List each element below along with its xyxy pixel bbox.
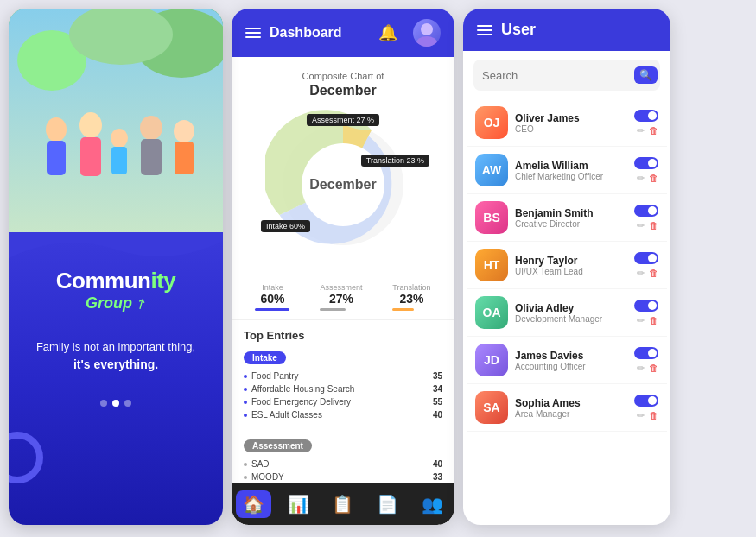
delete-icon[interactable]: 🗑: [649, 410, 658, 421]
user-avatar: JD: [475, 344, 508, 376]
user-actions: ✏ 🗑: [634, 347, 658, 374]
user-role: Accounting Officer: [515, 362, 627, 371]
user-item: JD James Davies Accounting Officer ✏ 🗑: [467, 337, 667, 384]
search-input[interactable]: [482, 69, 627, 82]
top-entries-section: Top Entries Intake Food Pantry 35 Afford…: [232, 320, 454, 483]
user-name: Sophia Ames: [515, 397, 627, 409]
top-entries-title: Top Entries: [244, 329, 442, 342]
user-toggle[interactable]: [634, 252, 658, 264]
delete-icon[interactable]: 🗑: [649, 315, 658, 326]
edit-icon[interactable]: ✏: [637, 410, 645, 421]
user-item: OJ Oliver James CEO ✏ 🗑: [467, 99, 667, 147]
intake-badge-tag: Intake: [244, 351, 286, 364]
user-toggle[interactable]: [634, 347, 658, 359]
dot-2[interactable]: [112, 400, 119, 407]
user-info: James Davies Accounting Officer: [515, 350, 627, 371]
search-icon[interactable]: 🔍: [634, 66, 658, 84]
user-name: Benjamin Smith: [515, 207, 627, 219]
stat-assessment-bar: [320, 308, 346, 311]
dot-1[interactable]: [100, 400, 107, 407]
user-name: James Davies: [515, 350, 627, 362]
svg-rect-7: [80, 137, 101, 176]
nav-chart[interactable]: 📊: [281, 490, 316, 518]
chart-title: December: [245, 83, 441, 98]
user-role: Creative Director: [515, 219, 627, 229]
donut-chart: December Assessment 27 % Translation 23 …: [265, 107, 421, 262]
user-toggle[interactable]: [634, 157, 658, 169]
action-icons: ✏ 🗑: [637, 125, 658, 136]
nav-doc[interactable]: 📄: [370, 490, 405, 518]
delete-icon[interactable]: 🗑: [649, 268, 658, 279]
svg-rect-11: [141, 139, 162, 175]
user-item: SA Sophia Ames Area Manager ✏ 🗑: [467, 384, 667, 432]
user-role: Chief Marketing Officer: [515, 172, 627, 181]
delete-icon[interactable]: 🗑: [649, 125, 658, 136]
edit-icon[interactable]: ✏: [637, 125, 645, 136]
chart-subtitle: Composite Chart of: [245, 71, 441, 81]
edit-icon[interactable]: ✏: [637, 363, 645, 374]
middle-header: Dashboard 🔔: [232, 9, 454, 57]
user-avatar: AW: [475, 154, 508, 186]
left-panel: Community Group ↗ Family is not an impor…: [9, 9, 223, 525]
middle-content: Composite Chart of December: [232, 57, 454, 483]
entry-moody: MOODY 33: [244, 471, 442, 483]
bell-icon[interactable]: 🔔: [378, 23, 397, 42]
hamburger-icon[interactable]: [245, 28, 261, 38]
decorative-circle: [9, 432, 43, 483]
stat-translation-bar: [392, 308, 414, 311]
nav-people[interactable]: 👥: [415, 490, 450, 518]
carousel-dots: [100, 400, 131, 407]
user-item: AW Amelia William Chief Marketing Office…: [467, 147, 667, 194]
nav-home[interactable]: 🏠: [236, 490, 271, 518]
action-icons: ✏ 🗑: [637, 315, 658, 326]
delete-icon[interactable]: 🗑: [649, 363, 658, 374]
delete-icon[interactable]: 🗑: [649, 173, 658, 184]
nav-clipboard[interactable]: 📋: [325, 490, 360, 518]
user-avatar-header[interactable]: [413, 19, 441, 47]
stat-intake: Intake 60%: [255, 283, 289, 311]
user-role: CEO: [515, 124, 627, 134]
svg-rect-5: [47, 141, 66, 175]
user-role: UI/UX Team Lead: [515, 267, 627, 276]
search-bar[interactable]: 🔍: [473, 60, 660, 91]
user-toggle[interactable]: [634, 205, 658, 217]
user-toggle[interactable]: [634, 300, 658, 312]
action-icons: ✏ 🗑: [637, 268, 658, 279]
edit-icon[interactable]: ✏: [637, 220, 645, 231]
user-toggle[interactable]: [634, 110, 658, 122]
svg-rect-13: [175, 142, 194, 174]
stat-translation-label: Translation: [392, 283, 430, 292]
stat-intake-label: Intake: [255, 283, 289, 292]
delete-icon[interactable]: 🗑: [649, 220, 658, 231]
user-info: Benjamin Smith Creative Director: [515, 207, 627, 229]
user-avatar: OJ: [475, 106, 508, 139]
right-hamburger-icon[interactable]: [477, 25, 492, 35]
edit-icon[interactable]: ✏: [637, 268, 645, 279]
user-info: Olivia Adley Development Manager: [515, 302, 627, 324]
svg-point-6: [79, 112, 102, 138]
user-info: Henry Taylor UI/UX Team Lead: [515, 255, 627, 276]
stats-row: Intake 60% Assessment 27% Translation 23…: [232, 278, 454, 320]
edit-icon[interactable]: ✏: [637, 315, 645, 326]
user-actions: ✏ 🗑: [634, 205, 658, 231]
svg-point-14: [421, 23, 433, 35]
assessment-badge-tag: Assessment: [244, 439, 312, 452]
stat-translation: Translation 23%: [392, 283, 430, 311]
stat-assessment: Assessment 27%: [320, 283, 362, 311]
dot-3[interactable]: [124, 400, 131, 407]
action-icons: ✏ 🗑: [637, 220, 658, 231]
user-toggle[interactable]: [634, 395, 658, 407]
edit-icon[interactable]: ✏: [637, 173, 645, 184]
dashboard-title: Dashboard: [270, 25, 370, 41]
user-name: Henry Taylor: [515, 255, 627, 267]
entry-food-pantry: Food Pantry 35: [244, 370, 442, 382]
tagline-line2: it's everything.: [73, 357, 158, 371]
svg-point-10: [140, 116, 162, 140]
family-photo-section: [9, 9, 223, 233]
svg-rect-9: [111, 147, 127, 174]
entry-esl: ESL Adult Classes 40: [244, 408, 442, 421]
user-name: Oliver James: [515, 112, 627, 124]
right-panel: User 🔍 OJ Oliver James CEO ✏ 🗑: [463, 9, 670, 525]
chart-section: Composite Chart of December: [232, 57, 454, 278]
right-header: User: [463, 9, 670, 51]
